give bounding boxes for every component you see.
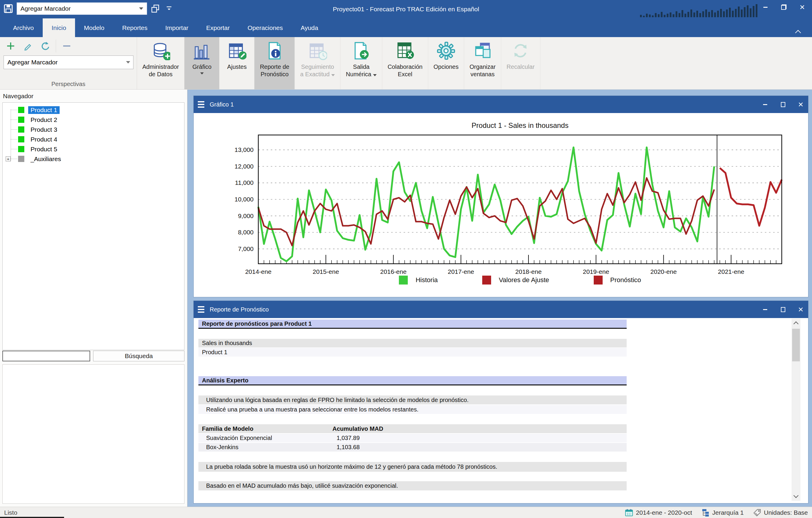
tag-icon: [753, 508, 761, 517]
ribbon-button-opciones[interactable]: Opciones: [428, 37, 464, 89]
window-menu-icon[interactable]: [198, 100, 207, 109]
perspective-combo[interactable]: Agregar Marcador: [4, 56, 134, 69]
database-icon: [151, 41, 170, 60]
tab-archivo[interactable]: Archivo: [4, 19, 43, 37]
restore-button[interactable]: [776, 1, 792, 13]
item-status-square: [18, 107, 24, 113]
save-icon[interactable]: [3, 3, 13, 14]
chart-window: Gráfico 1 × Product 1 - Sales in thousan…: [193, 95, 808, 297]
scroll-up-icon[interactable]: [791, 319, 801, 327]
chevron-down-icon[interactable]: [139, 7, 143, 10]
svg-text:2016-ene: 2016-ene: [380, 268, 407, 275]
excel-icon: [396, 41, 415, 60]
tree-item--auxiliares[interactable]: +_Auxiliares: [3, 154, 184, 164]
search-row: Búsqueda: [2, 351, 184, 362]
report-series-name: Sales in thousands: [198, 339, 627, 347]
legend-item-historia: Historia: [399, 276, 438, 285]
tab-operaciones[interactable]: Operaciones: [239, 19, 292, 37]
collapse-ribbon-icon[interactable]: [796, 29, 802, 33]
quick-access-combo[interactable]: Agregar Marcador: [17, 2, 147, 15]
ribbon-button-colaboraci-n-excel[interactable]: ColaboraciónExcel: [382, 37, 428, 89]
tab-exportar[interactable]: Exportar: [197, 19, 238, 37]
expand-plus-icon[interactable]: +: [6, 156, 11, 162]
pencil-icon[interactable]: [21, 39, 34, 53]
tree-item--auxiliares-label: _Auxiliares: [28, 155, 63, 163]
undo-icon[interactable]: [38, 39, 52, 53]
tree-item-product-5-label: Product 5: [28, 145, 60, 153]
legend-label: Historia: [415, 276, 438, 284]
report-item-name: Product 1: [198, 348, 627, 356]
status-units[interactable]: Unidades: Base: [753, 508, 808, 517]
minimize-icon[interactable]: [760, 305, 770, 315]
item-status-square: [18, 146, 24, 152]
title-bar: Proyecto01 - Forecast Pro TRAC Edición e…: [0, 0, 812, 19]
maximize-icon[interactable]: [778, 99, 788, 110]
scroll-down-icon[interactable]: [791, 492, 801, 501]
ribbon-buttons: Administradorde DatosGráficoAjustesRepor…: [137, 37, 812, 89]
tab-modelo[interactable]: Modelo: [75, 19, 113, 37]
status-period[interactable]: 2014-ene - 2020-oct: [625, 508, 692, 517]
maximize-icon[interactable]: [778, 305, 788, 315]
window-switch-icon[interactable]: [150, 3, 161, 14]
legend-label: Pronóstico: [610, 276, 641, 284]
minus-icon[interactable]: [60, 39, 73, 53]
ribbon-button-reporte-de-pron-stico-label: Reporte dePronóstico: [260, 63, 289, 78]
quick-access-combo-value: Agregar Marcador: [21, 5, 70, 12]
minimize-button[interactable]: [757, 1, 774, 13]
tree-item-product-3[interactable]: Product 3: [3, 124, 184, 135]
mad-table-row: Suavización Exponencial1,037.89: [198, 434, 627, 442]
tab-reportes[interactable]: Reportes: [113, 19, 156, 37]
minimize-icon[interactable]: [760, 99, 770, 110]
status-hierarchy[interactable]: Jerarquía 1: [701, 508, 744, 517]
analysis-line-2: Realicé una prueba a una muestra para se…: [198, 405, 627, 414]
close-icon[interactable]: ×: [796, 99, 806, 110]
svg-text:9,000: 9,000: [238, 212, 254, 219]
ribbon-button-organizar-ventanas[interactable]: Organizarventanas: [464, 37, 501, 89]
tree-item-product-4[interactable]: Product 4: [3, 135, 184, 144]
ribbon-button-reporte-de-pron-stico[interactable]: Reporte dePronóstico: [255, 37, 295, 89]
tree-connector-stub: [11, 149, 17, 149]
tree-item-product-2[interactable]: Product 2: [3, 115, 184, 124]
analysis-line-1: Utilizando una lógica basada en reglas d…: [198, 396, 627, 404]
ribbon-button-salida-num-rica[interactable]: SalidaNumérica: [341, 37, 382, 89]
search-button[interactable]: Búsqueda: [93, 351, 184, 362]
close-button[interactable]: ×: [794, 1, 810, 13]
ribbon-button-gr-fico-label: Gráfico: [193, 63, 211, 70]
svg-text:2015-ene: 2015-ene: [313, 268, 339, 275]
tree-item-product-5[interactable]: Product 5: [3, 144, 184, 154]
svg-text:13,000: 13,000: [235, 146, 254, 153]
item-status-square: [18, 136, 24, 142]
window-menu-icon[interactable]: [198, 305, 207, 314]
ribbon-button-gr-fico[interactable]: Gráfico: [184, 37, 220, 89]
perspective-small-buttons: [4, 39, 73, 53]
svg-text:2020-ene: 2020-ene: [650, 268, 677, 275]
customize-toolbar-icon[interactable]: [164, 3, 174, 14]
svg-text:11,000: 11,000: [235, 179, 254, 186]
scrollbar-thumb[interactable]: [792, 329, 800, 362]
tree-item-product-1-label: Product 1: [28, 106, 60, 114]
status-bar: Listo 2014-ene - 2020-oct Jerarquía 1 Un…: [0, 507, 812, 518]
tab-ayuda[interactable]: Ayuda: [292, 19, 327, 37]
navigator-tree: Product 1Product 2Product 3Product 4Prod…: [2, 103, 184, 350]
refresh-icon: [511, 41, 530, 60]
tab-importar[interactable]: Importar: [156, 19, 197, 37]
ribbon-button-colaboraci-n-excel-label: ColaboraciónExcel: [387, 63, 423, 78]
ribbon-button-ajustes[interactable]: Ajustes: [220, 37, 255, 89]
report-window-title: Reporte de Pronóstico: [210, 306, 269, 313]
calendar-icon: [625, 508, 634, 517]
tab-inicio[interactable]: Inicio: [43, 19, 75, 37]
ribbon-button-organizar-ventanas-label: Organizarventanas: [469, 63, 496, 78]
chevron-down-icon[interactable]: [126, 61, 130, 63]
svg-text:10,000: 10,000: [235, 196, 254, 203]
svg-text:2018-ene: 2018-ene: [516, 268, 542, 275]
mad-table-cell-value: 1,037.89: [337, 434, 360, 442]
chevron-down-icon: [200, 73, 204, 75]
ribbon-button-administrador-de-datos[interactable]: Administradorde Datos: [137, 37, 184, 89]
plus-icon[interactable]: [4, 39, 17, 53]
perspectives-group: Agregar Marcador Perspectivas: [0, 37, 137, 89]
tree-item-product-1[interactable]: Product 1: [3, 105, 184, 115]
vertical-scrollbar[interactable]: [791, 319, 801, 501]
close-icon[interactable]: ×: [796, 305, 806, 315]
report-heading: Reporte de pronósticos para Product 1: [198, 319, 627, 329]
search-input[interactable]: [2, 351, 90, 362]
